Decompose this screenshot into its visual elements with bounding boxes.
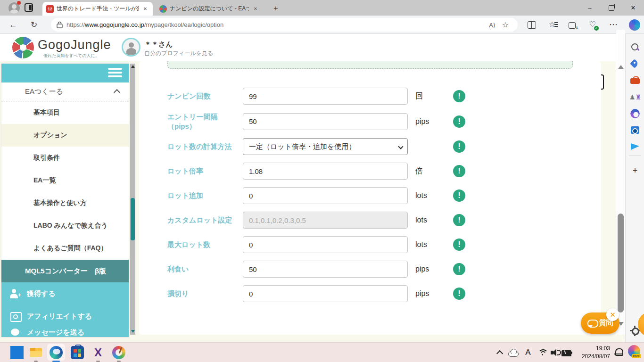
exclamation-icon[interactable] [453, 115, 465, 128]
sidemenu-scrollbar[interactable] [130, 64, 135, 335]
edge-taskbar-icon[interactable] [50, 346, 63, 359]
user-avatar[interactable] [122, 38, 140, 57]
sidebar-item-ea-list[interactable]: EA一覧 [1, 169, 129, 192]
tab-active[interactable]: 12 世界のトレード手法・ツールが集まるマ [42, 2, 153, 16]
tray-chevron-icon[interactable] [493, 343, 504, 362]
settings-more-icon[interactable] [607, 19, 619, 31]
close-button[interactable] [622, 0, 644, 16]
sidebar-item-label: メッセージを送る [27, 328, 84, 337]
microsoft365-icon[interactable] [629, 108, 641, 119]
tab1-close-icon[interactable] [141, 5, 149, 13]
exclamation-icon[interactable] [453, 214, 465, 226]
sidebar-item-faq[interactable]: よくあるご質問（FAQ） [1, 237, 129, 260]
sidebar-item-trade-conditions[interactable]: 取引条件 [1, 147, 129, 169]
stop-loss-input[interactable] [243, 285, 408, 302]
exclamation-icon[interactable] [453, 140, 465, 153]
split-screen-icon[interactable] [526, 19, 538, 31]
collections-icon[interactable] [567, 19, 579, 31]
favorites-icon[interactable] [546, 19, 558, 31]
exclamation-icon[interactable] [453, 189, 465, 202]
person-plus-icon [10, 288, 21, 299]
rail-divider [629, 156, 641, 156]
sidebar-item-mql5-converter[interactable]: MQL5コンバーター β版 [1, 260, 129, 282]
exclamation-icon[interactable] [453, 288, 465, 300]
profile-link[interactable]: 自分のプロフィールを見る [144, 49, 213, 58]
back-icon[interactable] [8, 19, 19, 31]
new-tab-button[interactable] [271, 4, 281, 13]
sidemenu-scroll-up[interactable] [131, 65, 135, 68]
browser-essentials-icon[interactable] [586, 19, 599, 31]
lot-multiplier-input[interactable] [243, 163, 408, 180]
sidebar-item-earn[interactable]: 獲得する [1, 282, 129, 305]
sidemenu-scroll-down[interactable] [131, 330, 135, 333]
x-app-icon[interactable] [91, 346, 105, 359]
address-bar[interactable]: https://www.gogojungle.co.jp/mypage/tkoo… [51, 18, 518, 32]
nanpin-count-input[interactable] [243, 88, 408, 105]
sidebar-item-affiliate[interactable]: アフィリエイトする [1, 305, 129, 328]
tab-activity-icon[interactable] [25, 3, 33, 12]
sidemenu-scroll-thumb[interactable] [131, 198, 135, 240]
favorite-star-icon[interactable] [499, 20, 512, 29]
exclamation-icon[interactable] [453, 165, 465, 177]
sidebar-item-basic[interactable]: 基本項目 [1, 101, 129, 124]
volume-icon[interactable] [550, 347, 561, 358]
ime-indicator[interactable] [522, 347, 534, 358]
affiliate-icon [10, 311, 21, 322]
search-icon[interactable] [629, 42, 641, 53]
field-label: エントリー間隔（pips） [167, 112, 243, 131]
notification-center-icon[interactable] [614, 347, 623, 357]
scroll-up-arrow[interactable] [618, 65, 624, 69]
minimize-button[interactable] [579, 0, 601, 16]
form-row-custom-lot: カスタムロット設定 lots [167, 212, 601, 229]
start-button-icon[interactable] [10, 346, 24, 359]
add-sidebar-item-icon[interactable] [629, 165, 641, 176]
battery-icon[interactable] [561, 347, 572, 358]
field-unit: lots [415, 216, 450, 224]
sidebar-item-labo[interactable]: LABO みんなで教え合う [1, 214, 129, 237]
gogojungle-logo-icon[interactable] [12, 37, 34, 58]
sidebar-item-howto[interactable]: 基本操作と使い方 [1, 192, 129, 214]
question-close-icon[interactable] [606, 308, 619, 321]
paint-icon[interactable] [112, 346, 125, 359]
refresh-icon[interactable] [28, 19, 40, 31]
take-profit-input[interactable] [243, 261, 408, 278]
onedrive-icon[interactable] [507, 347, 519, 358]
sidebar-item-message[interactable]: メッセージを送る [1, 328, 129, 337]
clock[interactable]: 19:03 2024/08/07 [573, 345, 610, 361]
chevron-up-icon [114, 89, 120, 96]
restore-button[interactable] [601, 0, 622, 16]
lot-addition-input[interactable] [243, 187, 408, 204]
form-row-lot-calc-method: ロット数の計算方法 一定（ロット倍率・追加を使用） [167, 138, 601, 155]
scrollbar-thumb[interactable] [618, 214, 624, 313]
tab2-close-icon[interactable] [252, 5, 259, 13]
shopping-icon[interactable] [629, 58, 641, 70]
entry-interval-input[interactable] [243, 113, 408, 130]
wifi-icon[interactable] [537, 347, 548, 358]
exclamation-icon[interactable] [453, 90, 465, 102]
read-aloud-icon[interactable] [486, 21, 499, 29]
games-icon[interactable] [629, 91, 641, 103]
custom-lot-input [243, 212, 408, 229]
copilot-icon[interactable] [629, 19, 640, 31]
lot-calc-method-select[interactable]: 一定（ロット倍率・追加を使用） [243, 138, 408, 155]
drop-icon[interactable] [629, 141, 641, 152]
menu-topbar [1, 64, 129, 82]
form-row-entry-interval: エントリー間隔（pips） pips [167, 112, 601, 131]
hamburger-icon[interactable] [108, 68, 122, 78]
file-explorer-icon[interactable] [29, 346, 42, 359]
outlook-icon[interactable] [629, 124, 641, 136]
page-scrollbar[interactable] [616, 30, 625, 335]
exclamation-icon[interactable] [453, 239, 465, 251]
field-label: ロット数の計算方法 [167, 142, 243, 151]
menu-section-ea-tkool[interactable]: EAつくーる [1, 82, 129, 101]
microsoft-store-icon[interactable] [71, 346, 84, 359]
exclamation-icon[interactable] [453, 263, 465, 275]
sidebar-item-options[interactable]: オプション [1, 124, 129, 147]
tab-inactive[interactable]: ナンピンの設定について - EAつくーる [156, 2, 263, 16]
browser-toolbar: https://www.gogojungle.co.jp/mypage/tkoo… [0, 16, 644, 34]
tray-time: 19:03 [573, 345, 610, 353]
tools-icon[interactable] [629, 75, 641, 86]
max-lot-input[interactable] [243, 236, 408, 253]
edge-sidebar [625, 34, 644, 342]
logo-text[interactable]: GogoJungle [38, 38, 111, 52]
